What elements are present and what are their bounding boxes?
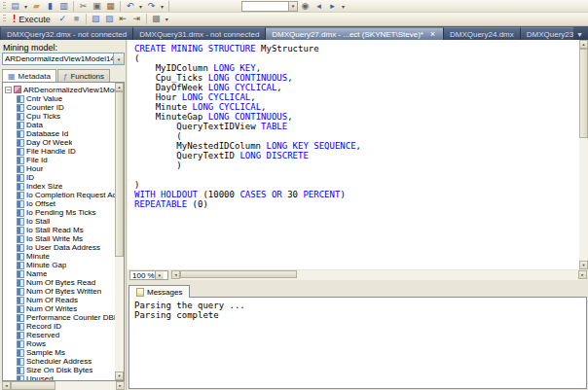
navigate-forward-icon[interactable]: ▸ — [326, 1, 339, 12]
toolbar-combo[interactable]: ▾ — [241, 1, 298, 12]
tree-item[interactable]: Num Of Reads — [5, 296, 124, 304]
redo-dropdown-icon[interactable]: ▾ — [159, 1, 165, 12]
document-tab[interactable]: DMXQuery24.dmx — [444, 27, 521, 40]
tree-item[interactable]: Record ID — [5, 322, 124, 331]
scroll-down-icon[interactable]: ▼ — [579, 261, 588, 269]
tree-item[interactable]: File Handle ID — [5, 147, 124, 156]
query-toolbar-options-icon[interactable]: ▾ — [164, 14, 170, 24]
tree-item[interactable]: Num Of Writes — [5, 304, 124, 313]
new-query-icon[interactable]: ▤ — [9, 1, 21, 12]
execute-button[interactable]: ! Execute — [9, 14, 55, 25]
tree-item[interactable]: Size On Disk Bytes — [5, 366, 124, 374]
tree-item[interactable]: Database Id — [5, 129, 124, 138]
undo-icon[interactable]: ↶ — [124, 1, 136, 12]
scroll-right-icon[interactable]: ► — [578, 270, 587, 279]
tree-item[interactable]: Io User Data Address — [5, 243, 124, 252]
tab-list-dropdown-icon[interactable]: ▼ — [573, 31, 588, 40]
zoom-dropdown-icon[interactable]: ▾ — [155, 271, 164, 279]
scroll-left-icon[interactable]: ◄ — [171, 270, 180, 279]
tree-item[interactable]: ID — [5, 173, 124, 182]
tree-item[interactable]: Counter ID — [5, 103, 124, 112]
comment-icon[interactable]: ▧ — [90, 14, 102, 24]
zoom-combo[interactable]: 100 % ▾ — [129, 270, 168, 280]
combo-dropdown-icon[interactable]: ▾ — [113, 53, 124, 64]
tree-vertical-scrollbar[interactable]: ▲ ▼ — [115, 83, 124, 380]
scrollbar-track[interactable] — [11, 381, 116, 390]
tree-item[interactable]: File Id — [5, 156, 124, 164]
tree-item[interactable]: Cpu Ticks — [5, 112, 124, 121]
document-tab[interactable]: DMXQuery27.dmx - ...ect (SKYNET\Steve)*× — [266, 27, 444, 40]
save-all-icon[interactable]: ▥ — [57, 1, 70, 12]
tree-item[interactable]: Cntr Value — [5, 94, 124, 103]
decrease-indent-icon[interactable]: ⇤ — [117, 14, 129, 24]
navigate-back-icon[interactable]: ◂ — [312, 1, 325, 12]
tree-item[interactable]: Data — [5, 121, 124, 129]
code-area[interactable]: CREATE MINING STRUCTURE MyStructure( MyI… — [134, 44, 577, 269]
find-icon[interactable]: ◉ — [299, 1, 312, 12]
scroll-up-icon[interactable]: ▲ — [115, 83, 124, 91]
increase-indent-icon[interactable]: ⇥ — [130, 14, 143, 24]
tab-functions[interactable]: ƒFunctions — [57, 69, 110, 82]
tree-horizontal-scrollbar[interactable]: ◄ ► — [2, 381, 125, 390]
tree-item[interactable]: Num Of Bytes Read — [5, 278, 124, 287]
tree-item[interactable]: Day Of Week — [5, 138, 124, 147]
query-editor[interactable]: CREATE MINING STRUCTURE MyStructure( MyI… — [128, 40, 588, 269]
document-tab[interactable]: DMXQuery23.dmx — [521, 27, 573, 40]
new-query-dropdown-icon[interactable]: ▾ — [22, 1, 29, 12]
toolbar-grip[interactable] — [3, 15, 6, 23]
toolbar-options-icon[interactable]: ▾ — [340, 1, 347, 12]
tree-item[interactable]: Io Stall Read Ms — [5, 226, 124, 234]
parse-icon[interactable]: ✓ — [56, 14, 69, 24]
editor-horizontal-scrollbar[interactable]: ◄ ► — [171, 270, 587, 280]
scroll-down-icon[interactable]: ▼ — [115, 372, 124, 380]
tree-item[interactable]: Num Of Bytes Written — [5, 287, 124, 296]
scrollbar-thumb[interactable] — [115, 91, 124, 257]
toolbar-grip[interactable] — [3, 2, 6, 11]
tree-item[interactable]: Io Stall Write Ms — [5, 234, 124, 243]
scrollbar-thumb[interactable] — [579, 49, 588, 138]
redo-icon[interactable]: ↷ — [145, 1, 158, 12]
tree-item[interactable]: Minute Gap — [5, 261, 124, 269]
tree-item[interactable]: Index Size — [5, 182, 124, 191]
tree-item[interactable]: Minute — [5, 252, 124, 261]
paste-icon[interactable]: ▦ — [104, 1, 117, 12]
tab-metadata[interactable]: ▦Metadata — [2, 69, 56, 82]
tree-item[interactable]: Rows — [5, 339, 124, 348]
tab-close-icon[interactable]: × — [428, 30, 437, 39]
tree-item[interactable]: Io Stall — [5, 217, 124, 226]
scroll-right-icon[interactable]: ► — [116, 381, 125, 390]
tree-item[interactable]: Io Completion Request Address — [5, 191, 124, 199]
tree-item[interactable]: Scheduler Address — [5, 357, 124, 366]
scroll-up-icon[interactable]: ▲ — [579, 40, 588, 49]
copy-icon[interactable]: ▣ — [91, 1, 103, 12]
tree-item[interactable]: Reserved — [5, 331, 124, 339]
tree-item[interactable]: Unused — [5, 374, 124, 381]
cut-icon[interactable]: ✂ — [77, 1, 90, 12]
document-tab[interactable]: DMXQuery32.dmx - not connected — [1, 27, 133, 40]
scrollbar-track[interactable] — [180, 270, 578, 280]
scrollbar-track[interactable] — [579, 49, 588, 261]
scrollbar-track[interactable] — [115, 91, 124, 372]
tab-messages[interactable]: Messages — [129, 285, 190, 298]
scroll-left-icon[interactable]: ◄ — [2, 381, 11, 390]
tree-item[interactable]: Sample Ms — [5, 348, 124, 357]
scrollbar-thumb[interactable] — [180, 270, 297, 278]
open-file-icon[interactable]: ▰ — [30, 1, 43, 12]
undo-dropdown-icon[interactable]: ▾ — [137, 1, 144, 12]
editor-vertical-scrollbar[interactable]: ▲ ▼ — [579, 40, 588, 269]
tree-item[interactable]: Io Pending Ms Ticks — [5, 208, 124, 217]
tree-item[interactable]: Performance Counter DBID — [5, 313, 124, 322]
scrollbar-thumb[interactable] — [11, 381, 55, 390]
browse-icon[interactable]: ▩ — [150, 14, 163, 24]
mining-model-combo[interactable]: ARDenormalizedView1Model14 ▾ — [2, 53, 125, 65]
uncomment-icon[interactable]: ▨ — [103, 14, 116, 24]
tree-item[interactable]: Hour — [5, 164, 124, 173]
stop-icon[interactable]: ■ — [70, 14, 83, 24]
collapse-icon[interactable]: − — [5, 87, 12, 93]
tree-root[interactable]: − ARDenormalizedView1Model14 (Mi — [5, 85, 124, 94]
combo-dropdown-icon[interactable]: ▾ — [288, 2, 297, 11]
tree-item[interactable]: Name — [5, 269, 124, 278]
tree-item[interactable]: Io Offset — [5, 199, 124, 208]
document-tab[interactable]: DMXQuery31.dmx - not connected — [133, 27, 266, 40]
save-icon[interactable]: ▮ — [44, 1, 56, 12]
